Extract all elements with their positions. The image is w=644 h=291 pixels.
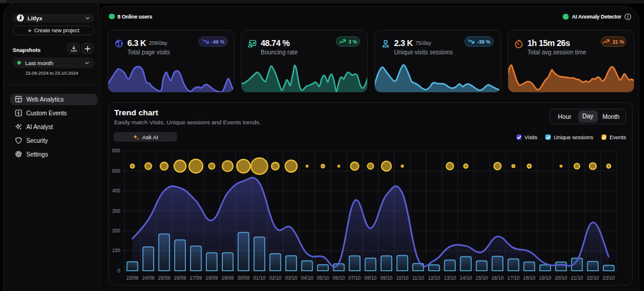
svg-text:23/10: 23/10	[603, 275, 615, 281]
svg-text:23/09: 23/09	[126, 275, 139, 281]
svg-text:10/10: 10/10	[396, 275, 409, 281]
svg-text:09/10: 09/10	[380, 275, 393, 281]
svg-text:03/10: 03/10	[285, 275, 298, 281]
svg-text:02/10: 02/10	[269, 275, 282, 281]
svg-text:600: 600	[112, 148, 120, 154]
svg-text:15/10: 15/10	[475, 275, 488, 281]
svg-text:12/10: 12/10	[428, 275, 441, 281]
svg-text:300: 300	[112, 209, 120, 214]
svg-text:27/09: 27/09	[190, 275, 202, 281]
svg-text:29/09: 29/09	[221, 275, 234, 281]
svg-text:20/10: 20/10	[555, 275, 567, 281]
svg-text:21/10: 21/10	[571, 275, 584, 281]
svg-text:500: 500	[112, 169, 120, 174]
svg-text:16/10: 16/10	[492, 275, 504, 281]
svg-text:22/10: 22/10	[587, 275, 599, 281]
svg-text:17/10: 17/10	[507, 275, 520, 281]
svg-text:24/09: 24/09	[142, 275, 155, 281]
svg-text:25/09: 25/09	[158, 275, 170, 281]
svg-text:13/10: 13/10	[444, 275, 456, 281]
svg-text:26/09: 26/09	[174, 275, 187, 281]
svg-text:01/10: 01/10	[254, 275, 266, 281]
svg-text:06/10: 06/10	[332, 275, 345, 281]
svg-text:28/09: 28/09	[206, 275, 218, 281]
svg-text:14/10: 14/10	[460, 275, 472, 281]
svg-text:18/10: 18/10	[523, 275, 536, 281]
svg-text:400: 400	[112, 188, 120, 194]
svg-text:07/10: 07/10	[349, 275, 361, 281]
svg-text:04/10: 04/10	[301, 275, 313, 281]
svg-text:100: 100	[112, 248, 120, 253]
svg-text:11/10: 11/10	[412, 275, 424, 281]
svg-text:30/09: 30/09	[237, 275, 250, 281]
svg-text:08/10: 08/10	[364, 275, 377, 281]
svg-text:05/10: 05/10	[317, 275, 329, 281]
svg-text:200: 200	[112, 228, 120, 234]
svg-text:19/10: 19/10	[539, 275, 551, 281]
svg-text:0: 0	[118, 268, 121, 274]
